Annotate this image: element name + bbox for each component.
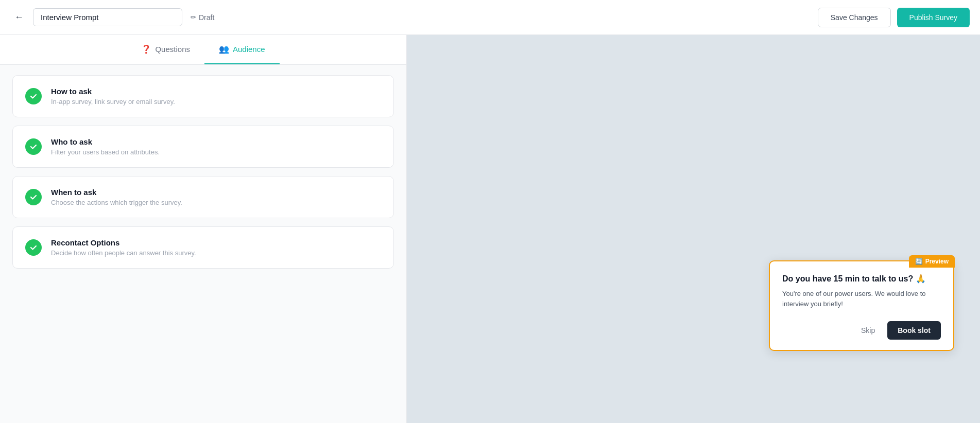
section-desc-when-to-ask: Choose the actions which trigger the sur… <box>51 199 182 206</box>
preview-description: You're one of our power users. We would … <box>782 289 941 309</box>
section-title-how-to-ask: How to ask <box>51 87 175 96</box>
preview-tab[interactable]: 🔄 Preview <box>909 255 955 268</box>
tab-audience[interactable]: 👥 Audience <box>204 35 280 64</box>
preview-card: Do you have 15 min to talk to us? 🙏 You'… <box>769 260 954 351</box>
preview-actions: Skip Book slot <box>782 321 941 340</box>
tab-audience-label: Audience <box>233 45 265 54</box>
section-card-how-to-ask[interactable]: How to ask In-app survey, link survey or… <box>12 75 394 117</box>
check-circle-how-to-ask <box>25 88 42 104</box>
title-input[interactable] <box>33 8 182 26</box>
header-actions: Save Changes Publish Survey <box>818 8 970 27</box>
tab-questions[interactable]: ❓ Questions <box>127 35 204 64</box>
check-circle-recontact <box>25 239 42 256</box>
draft-label: Draft <box>199 13 214 22</box>
preview-tab-icon: 🔄 <box>915 258 923 265</box>
section-card-when-to-ask[interactable]: When to ask Choose the actions which tri… <box>12 176 394 218</box>
preview-container: 🔄 Preview Do you have 15 min to talk to … <box>769 260 954 351</box>
save-changes-button[interactable]: Save Changes <box>818 8 891 27</box>
questions-icon: ❓ <box>141 44 151 54</box>
section-card-recontact[interactable]: Recontact Options Decide how often peopl… <box>12 226 394 269</box>
left-panel: ❓ Questions 👥 Audience How to ask In-app… <box>0 35 407 423</box>
section-title-who-to-ask: Who to ask <box>51 137 160 146</box>
tab-questions-label: Questions <box>155 45 190 54</box>
skip-button[interactable]: Skip <box>855 322 881 339</box>
back-button[interactable]: ← <box>10 10 28 25</box>
section-text-recontact: Recontact Options Decide how often peopl… <box>51 238 196 257</box>
right-panel: 🔄 Preview Do you have 15 min to talk to … <box>407 35 980 423</box>
header: ← ✏ Draft Save Changes Publish Survey <box>0 0 980 35</box>
tabs-bar: ❓ Questions 👥 Audience <box>0 35 406 65</box>
section-card-who-to-ask[interactable]: Who to ask Filter your users based on at… <box>12 126 394 168</box>
edit-icon: ✏ <box>191 13 196 21</box>
section-title-when-to-ask: When to ask <box>51 188 182 197</box>
section-desc-recontact: Decide how often people can answer this … <box>51 249 196 257</box>
section-title-recontact: Recontact Options <box>51 238 196 247</box>
main-layout: ❓ Questions 👥 Audience How to ask In-app… <box>0 35 980 423</box>
check-circle-when-to-ask <box>25 189 42 205</box>
content-area: How to ask In-app survey, link survey or… <box>0 65 406 423</box>
section-text-how-to-ask: How to ask In-app survey, link survey or… <box>51 87 175 105</box>
section-text-who-to-ask: Who to ask Filter your users based on at… <box>51 137 160 156</box>
section-desc-how-to-ask: In-app survey, link survey or email surv… <box>51 98 175 105</box>
preview-question: Do you have 15 min to talk to us? 🙏 <box>782 274 941 284</box>
draft-badge: ✏ Draft <box>191 13 214 22</box>
preview-tab-label: Preview <box>925 258 949 265</box>
section-text-when-to-ask: When to ask Choose the actions which tri… <box>51 188 182 206</box>
publish-survey-button[interactable]: Publish Survey <box>897 8 970 27</box>
check-circle-who-to-ask <box>25 138 42 155</box>
book-slot-button[interactable]: Book slot <box>887 321 941 340</box>
section-desc-who-to-ask: Filter your users based on attributes. <box>51 148 160 156</box>
audience-icon: 👥 <box>219 44 229 54</box>
